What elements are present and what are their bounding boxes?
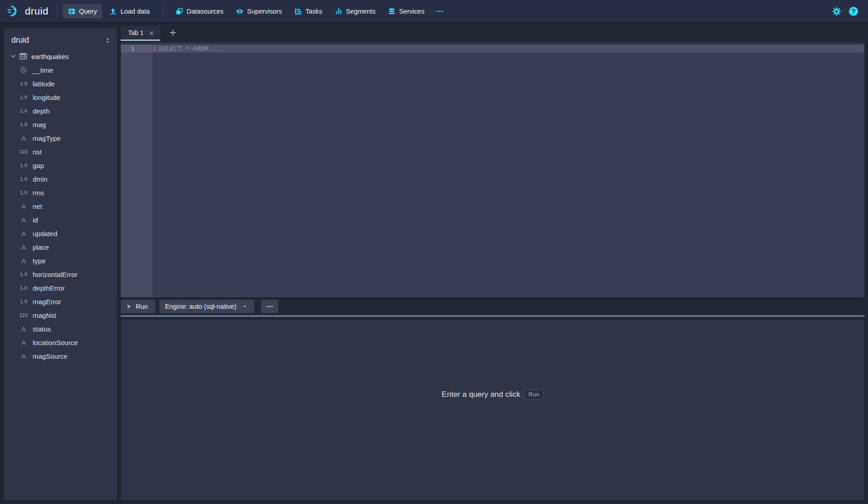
schema-header: druid <box>4 28 117 49</box>
column-name: __time <box>33 66 53 74</box>
float-type-icon: 1.0 <box>18 122 29 127</box>
column-row-id[interactable]: Aid <box>4 213 117 227</box>
column-name: gap <box>33 162 44 169</box>
database-icon <box>388 8 395 15</box>
column-row-magType[interactable]: AmagType <box>4 131 117 145</box>
column-name: id <box>33 216 38 224</box>
editor-placeholder: SELECT * FROM ... <box>158 45 223 52</box>
column-row-type[interactable]: Atype <box>4 254 117 267</box>
string-type-icon: A <box>18 325 29 333</box>
close-x-icon[interactable] <box>148 30 155 36</box>
string-type-icon: A <box>18 134 29 142</box>
nav-item-load-data[interactable]: Load data <box>104 4 155 19</box>
sql-editor[interactable]: 1 SELECT * FROM ... <box>121 42 864 297</box>
nav-item-segments[interactable]: Segments <box>330 4 381 19</box>
float-type-icon: 1.0 <box>18 299 29 304</box>
column-name: rms <box>33 189 44 197</box>
nav-item-tasks[interactable]: Tasks <box>289 4 328 19</box>
double-caret-vertical-icon[interactable] <box>104 37 111 44</box>
float-type-icon: 1.0 <box>18 81 29 86</box>
caret-down-icon <box>241 303 248 310</box>
nav-item-datasources[interactable]: Datasources <box>170 4 229 19</box>
nav-item-label: Supervisors <box>247 8 282 15</box>
eye-icon <box>236 8 243 15</box>
column-row-nst[interactable]: 123nst <box>4 145 117 158</box>
float-type-icon: 1.0 <box>18 108 29 114</box>
nav-item-query[interactable]: Query <box>63 4 103 19</box>
navbar-right: ? <box>832 7 862 16</box>
column-name: updated <box>33 230 57 237</box>
nav-item-services[interactable]: Services <box>383 4 430 19</box>
column-row-net[interactable]: Anet <box>4 199 117 213</box>
column-name: status <box>33 325 51 333</box>
column-name: depth <box>33 107 50 115</box>
float-type-icon: 1.0 <box>18 190 29 195</box>
column-name: locationSource <box>33 339 78 346</box>
query-tab-bar: Tab 1 <box>121 26 180 41</box>
run-button-label: Run <box>136 303 148 310</box>
column-row-dmin[interactable]: 1.0dmin <box>4 172 117 186</box>
string-type-icon: A <box>18 203 29 210</box>
more-dots-icon <box>436 8 444 15</box>
string-type-icon: A <box>18 230 29 237</box>
string-type-icon: A <box>18 243 29 251</box>
navbar-items: QueryLoad dataDatasourcesSupervisorsTask… <box>63 4 448 19</box>
empty-results-message: Enter a query and click Run <box>442 390 543 400</box>
gantt-icon <box>295 8 302 15</box>
column-row-longitude[interactable]: 1.0longitude <box>4 90 117 104</box>
column-row-locationSource[interactable]: AlocationSource <box>4 336 117 349</box>
editor-line-content: SELECT * FROM ... <box>153 44 864 53</box>
duplicate-icon <box>176 8 183 15</box>
chevron-down-icon[interactable] <box>10 53 17 60</box>
column-name: dmin <box>33 175 48 183</box>
column-row-mag[interactable]: 1.0mag <box>4 118 117 131</box>
run-button[interactable]: Run <box>121 300 155 313</box>
nav-item-supervisors[interactable]: Supervisors <box>231 4 287 19</box>
navbar-separator <box>163 5 163 17</box>
nav-more-button[interactable] <box>432 4 448 19</box>
float-type-icon: 1.0 <box>18 176 29 182</box>
panel-splitter[interactable] <box>121 315 864 317</box>
column-name: mag <box>33 121 46 128</box>
datasource-name: earthquakes <box>31 53 69 60</box>
column-row-magNst[interactable]: 123magNst <box>4 308 117 322</box>
column-row-magError[interactable]: 1.0magError <box>4 295 117 308</box>
table-icon <box>19 52 27 60</box>
column-name: magNst <box>33 311 56 319</box>
nav-item-label: Datasources <box>187 8 223 15</box>
column-name: longitude <box>33 94 60 101</box>
datasource-row-earthquakes[interactable]: earthquakes <box>4 49 117 63</box>
column-row-__time[interactable]: __time <box>4 63 117 77</box>
string-type-icon: A <box>18 352 29 360</box>
column-name: type <box>33 257 45 265</box>
settings-gear-icon[interactable] <box>832 7 841 16</box>
engine-select-button[interactable]: Engine: auto (sql-native) <box>159 300 254 313</box>
schema-tree: earthquakes __time1.0latitude1.0longitud… <box>4 49 117 363</box>
editor-gutter <box>121 53 153 297</box>
run-more-button[interactable] <box>261 300 278 313</box>
column-row-magSource[interactable]: AmagSource <box>4 349 117 363</box>
nav-item-label: Tasks <box>306 8 322 15</box>
text-cursor <box>154 45 155 52</box>
column-row-gap[interactable]: 1.0gap <box>4 158 117 172</box>
column-name: depthError <box>33 284 65 292</box>
float-type-icon: 1.0 <box>18 285 29 291</box>
column-row-latitude[interactable]: 1.0latitude <box>4 77 117 90</box>
column-row-depthError[interactable]: 1.0depthError <box>4 281 117 295</box>
column-row-horizontalError[interactable]: 1.0horizontalError <box>4 267 117 281</box>
column-name: magType <box>33 134 61 142</box>
help-icon[interactable]: ? <box>849 7 858 16</box>
druid-logo-icon <box>7 5 21 18</box>
new-tab-button[interactable] <box>166 26 180 40</box>
string-type-icon: A <box>18 216 29 224</box>
column-row-depth[interactable]: 1.0depth <box>4 104 117 118</box>
schema-sidebar: druid earthquakes __time1.0latitu <box>4 28 117 500</box>
column-row-rms[interactable]: 1.0rms <box>4 186 117 199</box>
column-row-place[interactable]: Aplace <box>4 240 117 254</box>
druid-brand: druid <box>6 5 51 18</box>
column-row-updated[interactable]: Aupdated <box>4 227 117 240</box>
column-name: magError <box>33 298 61 306</box>
column-row-status[interactable]: Astatus <box>4 322 117 336</box>
float-type-icon: 1.0 <box>18 94 29 100</box>
tab-tab-1[interactable]: Tab 1 <box>121 26 160 41</box>
